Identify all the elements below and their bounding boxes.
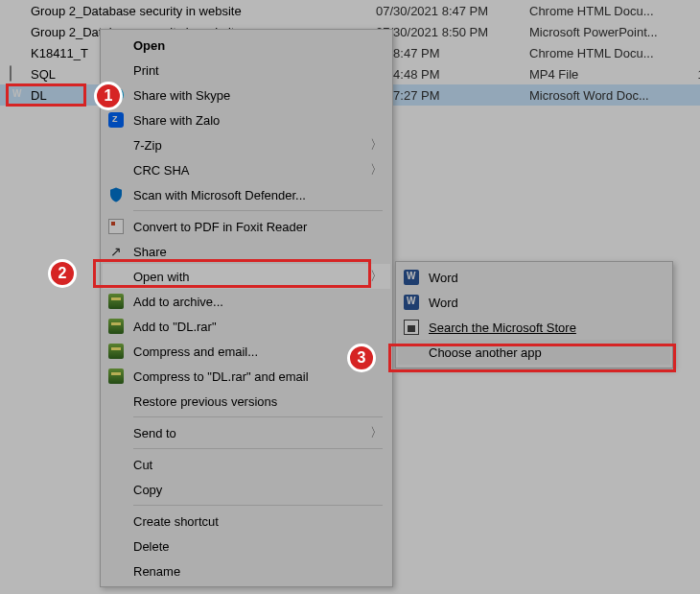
open-with-submenu: Word Word Search the Microsoft Store Cho… <box>395 261 673 368</box>
store-icon <box>402 318 421 337</box>
file-size: 10 <box>683 67 700 82</box>
file-type: Microsoft PowerPoint... <box>529 25 683 39</box>
chevron-right-icon: 〉 <box>370 424 383 441</box>
archive-icon <box>106 367 126 386</box>
file-row[interactable]: Group 2_Database security in website 07/… <box>0 0 700 21</box>
zalo-icon <box>106 110 126 130</box>
shield-icon <box>106 185 126 204</box>
menu-crc-sha[interactable]: CRC SHA〉 <box>103 157 390 182</box>
file-type: Chrome HTML Docu... <box>529 4 683 18</box>
chevron-right-icon: 〉 <box>370 268 383 285</box>
file-type: Chrome HTML Docu... <box>529 46 683 60</box>
powerpoint-icon <box>10 24 25 39</box>
file-date: 07/30/2021 8:50 PM <box>376 25 529 39</box>
menu-rename[interactable]: Rename <box>103 558 390 583</box>
menu-add-rar[interactable]: Add to "DL.rar" <box>103 314 390 339</box>
menu-7zip[interactable]: 7-Zip〉 <box>103 132 390 157</box>
separator <box>133 505 383 506</box>
file-type: Microsoft Word Doc... <box>529 88 683 103</box>
chrome-icon <box>10 45 25 60</box>
menu-send-to[interactable]: Send to〉 <box>103 420 390 445</box>
chevron-right-icon: 〉 <box>370 136 383 154</box>
chrome-icon <box>10 3 25 18</box>
word-icon <box>402 268 421 287</box>
submenu-choose-another-app[interactable]: Choose another app <box>398 340 670 365</box>
archive-icon <box>106 317 126 336</box>
step-badge-2: 2 <box>48 259 77 288</box>
menu-delete[interactable]: Delete <box>103 534 390 558</box>
pdf-icon <box>106 217 126 236</box>
submenu-word[interactable]: Word <box>398 265 670 290</box>
menu-compress-rar-email[interactable]: Compress to "DL.rar" and email <box>103 364 390 389</box>
file-date: 21 8:47 PM <box>376 46 529 60</box>
submenu-word[interactable]: Word <box>398 290 670 315</box>
archive-icon <box>106 292 126 311</box>
separator <box>133 448 383 449</box>
file-type: MP4 File <box>529 67 683 82</box>
sql-file-icon <box>10 66 25 82</box>
share-icon: ↗ <box>106 242 126 261</box>
menu-print[interactable]: Print <box>103 58 390 83</box>
word-icon <box>402 293 421 312</box>
context-menu: Open Print Share with Skype Share with Z… <box>100 29 393 587</box>
menu-copy[interactable]: Copy <box>103 477 390 502</box>
separator <box>133 416 383 417</box>
file-date: 07/30/2021 8:47 PM <box>376 4 529 18</box>
word-icon <box>10 87 25 103</box>
chevron-right-icon: 〉 <box>370 161 383 178</box>
menu-foxit-pdf[interactable]: Convert to PDF in Foxit Reader <box>103 214 390 239</box>
menu-share[interactable]: ↗Share <box>103 239 390 264</box>
submenu-search-store[interactable]: Search the Microsoft Store <box>398 315 670 340</box>
menu-add-archive[interactable]: Add to archive... <box>103 289 390 314</box>
menu-create-shortcut[interactable]: Create shortcut <box>103 509 390 534</box>
menu-share-skype[interactable]: Share with Skype <box>103 83 390 107</box>
file-date: 21 7:27 PM <box>376 88 529 103</box>
menu-open-with[interactable]: Open with〉 <box>103 264 390 289</box>
menu-restore-versions[interactable]: Restore previous versions <box>103 389 390 414</box>
file-date: 21 4:48 PM <box>376 67 529 82</box>
archive-icon <box>106 342 126 361</box>
step-badge-3: 3 <box>347 344 376 372</box>
menu-open[interactable]: Open <box>103 33 390 58</box>
separator <box>133 210 383 211</box>
file-name: Group 2_Database security in website <box>31 4 376 18</box>
step-badge-1: 1 <box>94 82 123 110</box>
menu-share-zalo[interactable]: Share with Zalo <box>103 107 390 132</box>
menu-cut[interactable]: Cut <box>103 452 390 477</box>
menu-defender[interactable]: Scan with Microsoft Defender... <box>103 182 390 207</box>
